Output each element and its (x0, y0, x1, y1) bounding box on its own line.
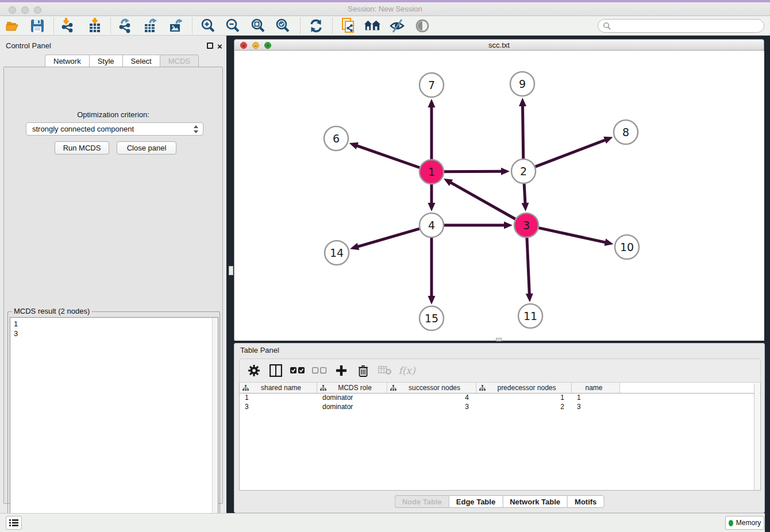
float-panel-icon[interactable] (207, 43, 213, 49)
split-panel-button[interactable] (265, 362, 287, 379)
bird-eye-view-button[interactable] (414, 18, 431, 34)
network-window-titlebar[interactable]: × − + scc.txt (234, 40, 764, 51)
export-table-button[interactable] (143, 18, 160, 34)
refresh-layout-button[interactable] (307, 18, 325, 34)
network-resize-handle[interactable] (496, 338, 502, 341)
graph-node-10[interactable]: 10 (615, 235, 639, 259)
column-header-successor-nodes[interactable]: successor nodes (387, 383, 476, 393)
close-panel-icon[interactable]: × (217, 43, 222, 49)
delete-table-icon (378, 366, 392, 375)
optimization-criterion-label: Optimization criterion: (4, 110, 222, 119)
cell-MCDS-role[interactable]: dominator (317, 403, 387, 412)
panel-splitter-handle[interactable] (229, 266, 233, 275)
save-session-button[interactable] (29, 18, 46, 34)
edge-3-1[interactable] (449, 182, 515, 219)
tab-node-table[interactable]: Node Table (395, 495, 449, 508)
node-table[interactable]: shared nameMCDS rolesuccessor nodesprede… (239, 383, 761, 491)
table-tabs: Node TableEdge TableNetwork TableMotifs (395, 495, 605, 508)
close-panel-button[interactable]: Close panel (117, 141, 176, 155)
table-panel: Table Panel × (234, 343, 765, 513)
hide-graphics-details-button[interactable] (388, 18, 406, 34)
trash-icon (358, 365, 368, 377)
edge-3-11[interactable] (527, 238, 529, 295)
control-panel: Control Panel × NetworkStyleSelectMCDS O… (0, 36, 226, 513)
apply-function-button[interactable]: f(x) (396, 362, 418, 379)
graph-node-3[interactable]: 3 (514, 213, 538, 237)
mcds-result-text[interactable]: 13 (10, 317, 218, 529)
import-table-button[interactable] (86, 18, 103, 34)
delete-table-button[interactable] (374, 362, 396, 379)
table-scrollbar[interactable] (754, 383, 760, 490)
graph-node-8[interactable]: 8 (614, 120, 638, 144)
column-header-MCDS-role[interactable]: MCDS role (317, 383, 387, 393)
cell-MCDS-role[interactable]: dominator (317, 394, 387, 403)
memory-button[interactable]: Memory (725, 516, 764, 530)
column-header-filler (620, 383, 760, 393)
home-button[interactable] (364, 18, 381, 34)
network-from-file-button[interactable] (340, 18, 357, 34)
cell-shared-name[interactable]: 1 (240, 394, 317, 403)
import-network-button[interactable] (59, 18, 76, 34)
search-box[interactable] (598, 19, 764, 33)
cell-shared-name[interactable]: 3 (240, 403, 317, 412)
table-row[interactable]: 1dominator411 (240, 394, 760, 403)
edge-1-2[interactable] (444, 171, 503, 172)
edge-2-9[interactable] (522, 105, 523, 159)
result-scrollbar[interactable] (212, 318, 218, 529)
export-network-button[interactable] (117, 18, 134, 34)
main-toolbar (0, 16, 770, 36)
table-settings-button[interactable] (243, 362, 265, 379)
zoom-out-button[interactable] (224, 18, 241, 34)
graph-node-15[interactable]: 15 (419, 306, 444, 330)
network-window-title: scc.txt (234, 41, 764, 49)
show-panels-button[interactable] (6, 516, 22, 530)
graph-node-4[interactable]: 4 (419, 213, 444, 237)
cell-name[interactable]: 1 (572, 394, 620, 403)
graph-node-2[interactable]: 2 (511, 159, 536, 183)
tab-select[interactable]: Select (122, 55, 160, 67)
tab-mcds[interactable]: MCDS (160, 55, 199, 67)
tab-network[interactable]: Network (45, 55, 89, 67)
graph-node-1[interactable]: 1 (419, 160, 444, 184)
zoom-selected-button[interactable] (274, 18, 291, 34)
edge-3-10[interactable] (538, 228, 606, 243)
graph-node-14[interactable]: 14 (325, 241, 349, 265)
cell-successor-nodes[interactable]: 4 (387, 394, 476, 403)
tab-style[interactable]: Style (89, 55, 122, 67)
table-row[interactable]: 3dominator323 (240, 403, 760, 412)
network-graph[interactable]: 7968124314101511 (235, 51, 764, 341)
edge-2-8[interactable] (536, 140, 607, 167)
zoom-fit-button[interactable] (249, 18, 267, 34)
open-session-button[interactable] (5, 18, 22, 34)
zoom-in-button[interactable] (199, 18, 217, 34)
column-header-shared-name[interactable]: shared name (240, 383, 317, 393)
cell-name[interactable]: 3 (572, 403, 620, 412)
export-image-button[interactable] (168, 18, 185, 34)
deselect-all-columns-button[interactable] (309, 362, 330, 379)
edge-1-6[interactable] (356, 145, 419, 168)
node-label: 6 (333, 132, 340, 145)
tab-edge-table[interactable]: Edge Table (449, 495, 502, 508)
tab-motifs[interactable]: Motifs (567, 495, 604, 508)
cell-successor-nodes[interactable]: 3 (387, 403, 476, 412)
tab-network-table[interactable]: Network Table (502, 495, 567, 508)
graph-node-9[interactable]: 9 (510, 72, 534, 96)
column-header-name[interactable]: name (572, 383, 620, 393)
cell-predecessor-nodes[interactable]: 2 (476, 403, 572, 412)
network-canvas[interactable]: 7968124314101511 (235, 51, 764, 341)
add-row-button[interactable] (330, 362, 352, 379)
edge-2-3[interactable] (524, 184, 525, 205)
search-input[interactable] (613, 22, 764, 30)
column-header-predecessor-nodes[interactable]: predecessor nodes (476, 383, 572, 393)
graph-node-11[interactable]: 11 (518, 304, 542, 328)
run-mcds-button[interactable]: Run MCDS (55, 141, 109, 155)
edge-4-14[interactable] (357, 229, 419, 247)
graph-node-7[interactable]: 7 (419, 73, 444, 97)
node-label: 10 (620, 241, 634, 253)
title-bar[interactable]: Session: New Session (0, 2, 770, 16)
cell-predecessor-nodes[interactable]: 1 (476, 394, 572, 403)
select-all-columns-button[interactable] (287, 362, 309, 379)
optimization-criterion-select[interactable]: strongly connected component (26, 122, 203, 136)
delete-row-button[interactable] (352, 362, 374, 379)
graph-node-6[interactable]: 6 (324, 126, 348, 151)
